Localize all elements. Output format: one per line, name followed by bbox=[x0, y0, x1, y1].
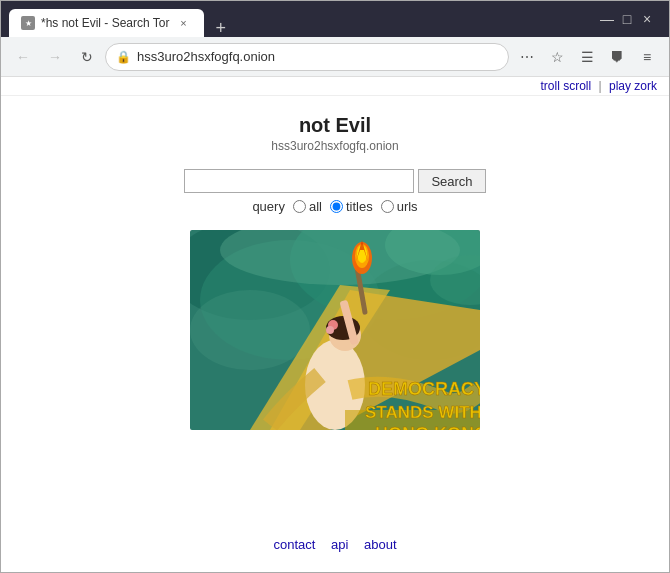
shield-icon: ⛊ bbox=[610, 49, 624, 65]
filter-urls-text: urls bbox=[397, 199, 418, 214]
play-zork-link[interactable]: play zork bbox=[609, 79, 657, 93]
new-tab-button[interactable]: + bbox=[208, 19, 235, 37]
poster-text-3: HONG KONG bbox=[375, 424, 480, 430]
svg-point-6 bbox=[190, 290, 310, 370]
star-icon: ☆ bbox=[551, 49, 564, 65]
address-bar[interactable]: 🔒 hss3uro2hsxfogfq.onion bbox=[105, 43, 509, 71]
window-controls: — □ × bbox=[593, 13, 661, 25]
minimize-button[interactable]: — bbox=[601, 13, 613, 25]
filter-all-text: all bbox=[309, 199, 322, 214]
about-link[interactable]: about bbox=[364, 537, 397, 552]
poster-text-1: DEMOCRACY bbox=[368, 379, 480, 399]
tab-favicon: ★ bbox=[21, 16, 35, 30]
search-input[interactable] bbox=[184, 169, 414, 193]
hero-image: DEMOCRACY STANDS WITH HONG KONG bbox=[190, 230, 480, 430]
close-button[interactable]: × bbox=[641, 13, 653, 25]
contact-link[interactable]: contact bbox=[273, 537, 315, 552]
back-button[interactable]: ← bbox=[9, 43, 37, 71]
shield-button[interactable]: ⛊ bbox=[603, 43, 631, 71]
poster-text-2: STANDS WITH bbox=[365, 403, 480, 422]
site-url: hss3uro2hsxfogfq.onion bbox=[271, 139, 398, 153]
browser-tab[interactable]: ★ *hs not Evil - Search Tor × bbox=[9, 9, 204, 37]
forward-icon: → bbox=[48, 49, 62, 65]
reader-icon: ☰ bbox=[581, 49, 594, 65]
refresh-button[interactable]: ↻ bbox=[73, 43, 101, 71]
filter-row: query all titles urls bbox=[252, 199, 417, 214]
filter-all-radio[interactable] bbox=[293, 200, 306, 213]
search-area: Search query all titles urls bbox=[184, 169, 485, 214]
title-bar: ★ *hs not Evil - Search Tor × + — □ × bbox=[1, 1, 669, 37]
footer-links: contact api about bbox=[267, 521, 402, 572]
filter-label: query bbox=[252, 199, 285, 214]
bookmark-button[interactable]: ☆ bbox=[543, 43, 571, 71]
more-icon: ⋯ bbox=[520, 49, 534, 65]
maximize-button[interactable]: □ bbox=[621, 13, 633, 25]
filter-titles-radio[interactable] bbox=[330, 200, 343, 213]
page-content: not Evil hss3uro2hsxfogfq.onion Search q… bbox=[1, 96, 669, 572]
api-link[interactable]: api bbox=[331, 537, 348, 552]
search-row: Search bbox=[184, 169, 485, 193]
top-links-bar: troll scroll | play zork bbox=[1, 77, 669, 96]
menu-button[interactable]: ≡ bbox=[633, 43, 661, 71]
troll-scroll-link[interactable]: troll scroll bbox=[541, 79, 592, 93]
menu-icon: ≡ bbox=[643, 49, 651, 65]
poster-svg: DEMOCRACY STANDS WITH HONG KONG bbox=[190, 230, 480, 430]
forward-button[interactable]: → bbox=[41, 43, 69, 71]
svg-point-13 bbox=[326, 326, 334, 334]
filter-urls-radio[interactable] bbox=[381, 200, 394, 213]
back-icon: ← bbox=[16, 49, 30, 65]
filter-titles-label[interactable]: titles bbox=[330, 199, 373, 214]
filter-titles-text: titles bbox=[346, 199, 373, 214]
tab-close-button[interactable]: × bbox=[176, 15, 192, 31]
tab-title: *hs not Evil - Search Tor bbox=[41, 16, 170, 30]
tab-bar: ★ *hs not Evil - Search Tor × + bbox=[9, 1, 589, 37]
filter-all-label[interactable]: all bbox=[293, 199, 322, 214]
search-button[interactable]: Search bbox=[418, 169, 485, 193]
more-button[interactable]: ⋯ bbox=[513, 43, 541, 71]
separator: | bbox=[599, 79, 605, 93]
lock-icon: 🔒 bbox=[116, 50, 131, 64]
filter-urls-label[interactable]: urls bbox=[381, 199, 418, 214]
site-title: not Evil bbox=[299, 114, 371, 137]
refresh-icon: ↻ bbox=[81, 49, 93, 65]
navigation-bar: ← → ↻ 🔒 hss3uro2hsxfogfq.onion ⋯ ☆ ☰ ⛊ bbox=[1, 37, 669, 77]
address-text: hss3uro2hsxfogfq.onion bbox=[137, 49, 498, 64]
reader-button[interactable]: ☰ bbox=[573, 43, 601, 71]
nav-extras: ⋯ ☆ ☰ ⛊ ≡ bbox=[513, 43, 661, 71]
browser-window: ★ *hs not Evil - Search Tor × + — □ × ← … bbox=[0, 0, 670, 573]
